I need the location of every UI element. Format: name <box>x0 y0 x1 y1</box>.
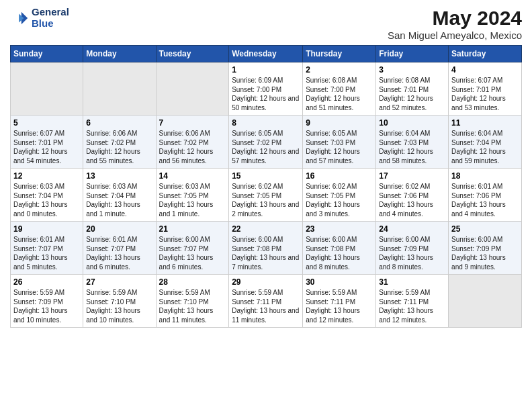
col-header-saturday: Saturday <box>449 46 522 62</box>
day-number: 17 <box>379 171 445 181</box>
calendar-cell: 15Sunrise: 6:02 AM Sunset: 7:05 PM Dayli… <box>229 169 303 222</box>
header-row: SundayMondayTuesdayWednesdayThursdayFrid… <box>11 46 522 62</box>
day-number: 11 <box>451 118 519 128</box>
calendar-cell <box>11 62 83 116</box>
main-title: May 2024 <box>388 7 522 30</box>
calendar-cell: 31Sunrise: 5:59 AM Sunset: 7:11 PM Dayli… <box>376 275 449 328</box>
logo-text: General Blue <box>32 7 69 29</box>
day-info: Sunrise: 6:00 AM Sunset: 7:08 PM Dayligh… <box>232 235 300 271</box>
col-header-monday: Monday <box>83 46 156 62</box>
calendar-week-4: 19Sunrise: 6:01 AM Sunset: 7:07 PM Dayli… <box>11 222 522 275</box>
day-number: 14 <box>159 171 226 181</box>
day-info: Sunrise: 6:02 AM Sunset: 7:05 PM Dayligh… <box>306 182 373 218</box>
day-number: 23 <box>306 224 373 234</box>
day-number: 1 <box>232 65 300 75</box>
calendar-cell: 23Sunrise: 6:00 AM Sunset: 7:08 PM Dayli… <box>303 222 376 275</box>
day-info: Sunrise: 5:59 AM Sunset: 7:11 PM Dayligh… <box>232 288 300 324</box>
calendar-cell: 6Sunrise: 6:06 AM Sunset: 7:02 PM Daylig… <box>83 116 156 169</box>
calendar-cell: 9Sunrise: 6:05 AM Sunset: 7:03 PM Daylig… <box>303 116 376 169</box>
logo-line2: Blue <box>32 17 54 29</box>
day-number: 29 <box>232 277 300 287</box>
calendar-cell: 11Sunrise: 6:04 AM Sunset: 7:04 PM Dayli… <box>449 116 522 169</box>
day-info: Sunrise: 6:03 AM Sunset: 7:04 PM Dayligh… <box>86 182 152 218</box>
day-info: Sunrise: 5:59 AM Sunset: 7:10 PM Dayligh… <box>159 288 226 324</box>
day-number: 7 <box>159 118 226 128</box>
day-info: Sunrise: 6:02 AM Sunset: 7:05 PM Dayligh… <box>232 182 300 218</box>
day-info: Sunrise: 6:08 AM Sunset: 7:00 PM Dayligh… <box>306 76 373 112</box>
calendar-cell: 5Sunrise: 6:07 AM Sunset: 7:01 PM Daylig… <box>11 116 83 169</box>
day-number: 9 <box>306 118 373 128</box>
day-number: 21 <box>159 224 226 234</box>
calendar-cell: 25Sunrise: 6:00 AM Sunset: 7:09 PM Dayli… <box>449 222 522 275</box>
day-info: Sunrise: 6:09 AM Sunset: 7:00 PM Dayligh… <box>232 76 300 112</box>
day-info: Sunrise: 6:01 AM Sunset: 7:06 PM Dayligh… <box>451 182 519 218</box>
day-info: Sunrise: 6:00 AM Sunset: 7:09 PM Dayligh… <box>451 235 519 271</box>
day-number: 26 <box>13 277 80 287</box>
day-number: 27 <box>86 277 152 287</box>
day-number: 6 <box>86 118 152 128</box>
calendar-cell: 12Sunrise: 6:03 AM Sunset: 7:04 PM Dayli… <box>11 169 83 222</box>
logo: General Blue <box>10 7 69 29</box>
col-header-friday: Friday <box>376 46 449 62</box>
calendar-cell: 16Sunrise: 6:02 AM Sunset: 7:05 PM Dayli… <box>303 169 376 222</box>
title-block: May 2024 San Miguel Ameyalco, Mexico <box>388 7 522 41</box>
calendar-cell: 1Sunrise: 6:09 AM Sunset: 7:00 PM Daylig… <box>229 62 303 116</box>
day-info: Sunrise: 5:59 AM Sunset: 7:10 PM Dayligh… <box>86 288 152 324</box>
day-info: Sunrise: 6:08 AM Sunset: 7:01 PM Dayligh… <box>379 76 445 112</box>
col-header-tuesday: Tuesday <box>156 46 229 62</box>
calendar-cell: 14Sunrise: 6:03 AM Sunset: 7:05 PM Dayli… <box>156 169 229 222</box>
day-number: 31 <box>379 277 445 287</box>
calendar-cell: 13Sunrise: 6:03 AM Sunset: 7:04 PM Dayli… <box>83 169 156 222</box>
logo-icon <box>10 9 29 28</box>
calendar-week-3: 12Sunrise: 6:03 AM Sunset: 7:04 PM Dayli… <box>11 169 522 222</box>
day-info: Sunrise: 6:01 AM Sunset: 7:07 PM Dayligh… <box>86 235 152 271</box>
calendar-cell: 21Sunrise: 6:00 AM Sunset: 7:07 PM Dayli… <box>156 222 229 275</box>
calendar-cell: 24Sunrise: 6:00 AM Sunset: 7:09 PM Dayli… <box>376 222 449 275</box>
col-header-thursday: Thursday <box>303 46 376 62</box>
calendar-cell: 4Sunrise: 6:07 AM Sunset: 7:01 PM Daylig… <box>449 62 522 116</box>
calendar-cell: 3Sunrise: 6:08 AM Sunset: 7:01 PM Daylig… <box>376 62 449 116</box>
calendar-cell: 22Sunrise: 6:00 AM Sunset: 7:08 PM Dayli… <box>229 222 303 275</box>
day-info: Sunrise: 6:04 AM Sunset: 7:04 PM Dayligh… <box>451 129 519 165</box>
calendar-week-2: 5Sunrise: 6:07 AM Sunset: 7:01 PM Daylig… <box>11 116 522 169</box>
day-info: Sunrise: 6:00 AM Sunset: 7:09 PM Dayligh… <box>379 235 445 271</box>
day-number: 4 <box>451 65 519 75</box>
calendar-table: SundayMondayTuesdayWednesdayThursdayFrid… <box>10 45 522 328</box>
day-number: 24 <box>379 224 445 234</box>
col-header-sunday: Sunday <box>11 46 83 62</box>
day-number: 15 <box>232 171 300 181</box>
calendar-week-5: 26Sunrise: 5:59 AM Sunset: 7:09 PM Dayli… <box>11 275 522 328</box>
day-number: 19 <box>13 224 80 234</box>
calendar-cell: 29Sunrise: 5:59 AM Sunset: 7:11 PM Dayli… <box>229 275 303 328</box>
day-info: Sunrise: 5:59 AM Sunset: 7:11 PM Dayligh… <box>379 288 445 324</box>
day-info: Sunrise: 6:06 AM Sunset: 7:02 PM Dayligh… <box>159 129 226 165</box>
day-number: 30 <box>306 277 373 287</box>
day-number: 3 <box>379 65 445 75</box>
day-info: Sunrise: 6:04 AM Sunset: 7:03 PM Dayligh… <box>379 129 445 165</box>
page-container: General Blue May 2024 San Miguel Ameyalc… <box>0 0 532 334</box>
day-number: 8 <box>232 118 300 128</box>
calendar-cell: 10Sunrise: 6:04 AM Sunset: 7:03 PM Dayli… <box>376 116 449 169</box>
day-number: 28 <box>159 277 226 287</box>
calendar-cell <box>156 62 229 116</box>
calendar-cell: 20Sunrise: 6:01 AM Sunset: 7:07 PM Dayli… <box>83 222 156 275</box>
calendar-cell: 30Sunrise: 5:59 AM Sunset: 7:11 PM Dayli… <box>303 275 376 328</box>
day-info: Sunrise: 6:06 AM Sunset: 7:02 PM Dayligh… <box>86 129 152 165</box>
calendar-cell: 2Sunrise: 6:08 AM Sunset: 7:00 PM Daylig… <box>303 62 376 116</box>
calendar-cell: 18Sunrise: 6:01 AM Sunset: 7:06 PM Dayli… <box>449 169 522 222</box>
logo-line1: General <box>32 6 69 17</box>
day-info: Sunrise: 6:01 AM Sunset: 7:07 PM Dayligh… <box>13 235 80 271</box>
day-number: 2 <box>306 65 373 75</box>
day-number: 13 <box>86 171 152 181</box>
day-info: Sunrise: 6:05 AM Sunset: 7:02 PM Dayligh… <box>232 129 300 165</box>
day-number: 22 <box>232 224 300 234</box>
calendar-cell: 26Sunrise: 5:59 AM Sunset: 7:09 PM Dayli… <box>11 275 83 328</box>
day-number: 16 <box>306 171 373 181</box>
day-info: Sunrise: 6:05 AM Sunset: 7:03 PM Dayligh… <box>306 129 373 165</box>
day-number: 10 <box>379 118 445 128</box>
calendar-week-1: 1Sunrise: 6:09 AM Sunset: 7:00 PM Daylig… <box>11 62 522 116</box>
calendar-cell <box>83 62 156 116</box>
day-info: Sunrise: 6:07 AM Sunset: 7:01 PM Dayligh… <box>13 129 80 165</box>
day-number: 20 <box>86 224 152 234</box>
calendar-cell: 27Sunrise: 5:59 AM Sunset: 7:10 PM Dayli… <box>83 275 156 328</box>
